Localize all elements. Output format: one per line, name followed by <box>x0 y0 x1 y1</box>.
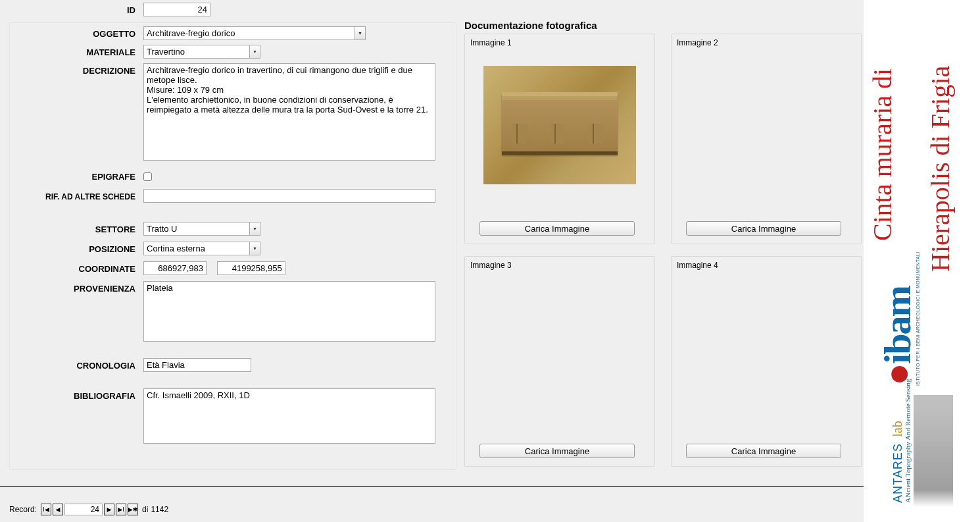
image-4-label: Immagine 4 <box>677 261 856 270</box>
ibam-subtitle: ISTITUTO PER I BENI ARCHEOLOGICI E MONUM… <box>916 250 920 386</box>
coord-x-field[interactable] <box>143 261 207 275</box>
antares-sub: ANcient Topography And Remote Sensing <box>904 379 912 503</box>
nav-first-icon[interactable]: І◀ <box>41 504 51 515</box>
ibam-logo: ●ibam <box>875 250 919 386</box>
photo-panel: Documentazione fotografica Immagine 1 Ca… <box>464 20 862 467</box>
image-4-thumb[interactable] <box>690 288 843 407</box>
image-2-label: Immagine 2 <box>677 38 856 47</box>
load-image-button[interactable]: Carica Immagine <box>686 221 841 236</box>
chevron-down-icon[interactable] <box>355 27 365 39</box>
image-1-label: Immagine 1 <box>470 38 649 47</box>
load-image-button[interactable]: Carica Immagine <box>686 444 841 458</box>
nav-next-icon[interactable]: ▶ <box>104 504 114 515</box>
record-nav-bar: Record: І◀ ◀ ▶ ▶І ▶✱ di 1142 <box>0 486 864 522</box>
load-image-button[interactable]: Carica Immagine <box>479 444 635 458</box>
sidebar-deco: Cinta muraria di Hierapolis di Frigia ●i… <box>864 0 980 522</box>
image-slot-2: Immagine 2 Carica Immagine <box>671 34 862 244</box>
nav-new-icon[interactable]: ▶✱ <box>128 504 138 515</box>
oggetto-label: OGGETTO <box>9 26 143 42</box>
antares-bg <box>914 395 953 507</box>
settore-label: SETTORE <box>9 222 143 238</box>
record-number-field[interactable] <box>64 504 103 515</box>
record-label: Record: <box>9 505 37 514</box>
id-field[interactable] <box>143 3 210 16</box>
antares-lab: lab <box>890 421 904 436</box>
nav-prev-icon[interactable]: ◀ <box>53 504 63 515</box>
descrizione-textarea[interactable] <box>143 63 435 161</box>
record-total: 1142 <box>151 505 168 514</box>
coordinate-label: COORDINATE <box>9 261 143 277</box>
image-3-thumb[interactable] <box>483 288 636 407</box>
provenienza-textarea[interactable] <box>143 281 435 342</box>
cronologia-field[interactable] <box>143 358 251 372</box>
load-image-button[interactable]: Carica Immagine <box>479 221 635 236</box>
chevron-down-icon[interactable] <box>249 222 260 235</box>
bibliografia-textarea[interactable] <box>143 388 435 444</box>
nav-last-icon[interactable]: ▶І <box>116 504 126 515</box>
chevron-down-icon[interactable] <box>249 242 260 255</box>
descrizione-label: DECRIZIONE <box>9 63 143 79</box>
image-slot-4: Immagine 4 Carica Immagine <box>671 256 862 467</box>
settore-combo[interactable] <box>143 222 260 236</box>
posizione-combo[interactable] <box>143 242 260 255</box>
posizione-label: POSIZIONE <box>9 242 143 257</box>
image-3-label: Immagine 3 <box>470 261 649 270</box>
photo-section-title: Documentazione fotografica <box>464 20 862 31</box>
image-1-thumb[interactable] <box>483 66 636 184</box>
provenienza-label: PROVENIENZA <box>9 281 143 297</box>
image-slot-3: Immagine 3 Carica Immagine <box>464 256 655 467</box>
project-title-line1: Cinta muraria di <box>869 133 896 241</box>
image-slot-1: Immagine 1 Carica Immagine <box>464 34 655 244</box>
left-panel: ID OGGETTO MATERIALE DECRIZI <box>9 3 454 447</box>
oggetto-combo[interactable] <box>143 26 366 40</box>
coord-y-field[interactable] <box>217 261 285 275</box>
antares-label: ANTARES <box>891 443 904 503</box>
image-2-thumb[interactable] <box>690 66 843 184</box>
rif-label: RIF. AD ALTRE SCHEDE <box>9 189 143 205</box>
id-label: ID <box>9 3 143 18</box>
rif-field[interactable] <box>143 189 435 203</box>
bibliografia-label: BIBLIOGRAFIA <box>9 388 143 404</box>
form-area: ID OGGETTO MATERIALE DECRIZI <box>0 0 864 522</box>
project-title-line2: Hierapolis di Frigia <box>927 164 954 272</box>
epigrafe-checkbox[interactable] <box>143 172 152 181</box>
cronologia-label: CRONOLOGIA <box>9 358 143 374</box>
epigrafe-label: EPIGRAFE <box>9 169 143 185</box>
materiale-label: MATERIALE <box>9 45 143 61</box>
record-of-label: di <box>142 505 148 514</box>
materiale-combo[interactable] <box>143 45 260 59</box>
chevron-down-icon[interactable] <box>249 45 260 58</box>
